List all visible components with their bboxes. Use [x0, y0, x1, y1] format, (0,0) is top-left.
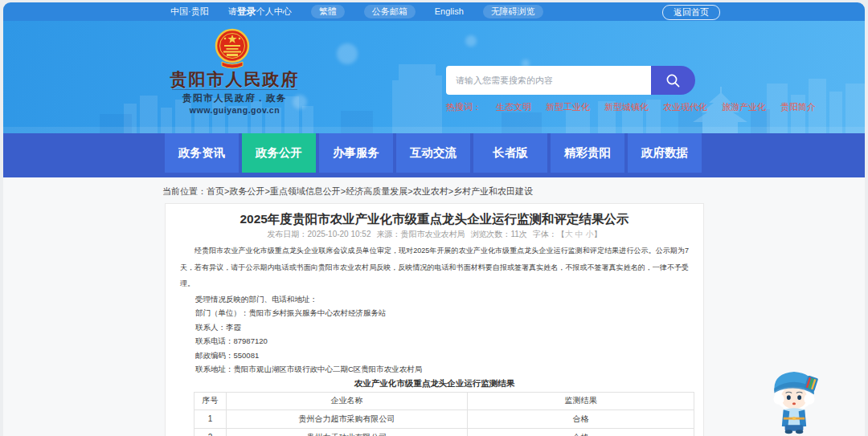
nav-tab-banshi-fuwu[interactable]: 办事服务: [319, 133, 393, 173]
bokeh-decoration: [465, 35, 477, 47]
topbar-login-link[interactable]: 请登录个人中心: [228, 6, 292, 18]
cell-index: 2: [194, 428, 227, 436]
article-paragraph: 经贵阳市农业产业化市级重点龙头企业联席会议成员单位审定，现对2025年开展的农业…: [180, 242, 689, 292]
bracket-close: 】: [593, 230, 601, 238]
title-divider: [172, 89, 297, 90]
monitoring-results-table: 序号 企业名称 监测结果 1 贵州合力超市采购有限公司 合格 2 贵州友禾种业有…: [194, 392, 694, 436]
hot-words-label: 热搜词：: [446, 101, 481, 113]
font-size-large-button[interactable]: 大: [565, 230, 573, 238]
publish-date: 发布日期：2025-10-20 10:52: [268, 230, 371, 239]
bracket-open: 【: [557, 230, 565, 238]
hot-word-link[interactable]: 旅游产业化: [722, 101, 766, 113]
hot-word-link[interactable]: 生态文明: [496, 101, 531, 113]
search-button[interactable]: [651, 66, 695, 95]
font-size-small-button[interactable]: 小: [585, 230, 593, 238]
nav-tab-zhengwu-gongkai[interactable]: 政务公开: [242, 133, 316, 173]
cityscape-silhouette: [3, 59, 865, 133]
back-home-button[interactable]: 返回首页: [662, 5, 720, 20]
hot-search-words: 热搜词： 生态文明 新型工业化 新型城镇化 农业现代化 旅游产业化 贵阳简介: [446, 101, 816, 113]
cell-result: 合格: [468, 428, 694, 436]
search-input[interactable]: [446, 66, 651, 95]
cell-result: 合格: [468, 410, 694, 428]
mascot-figure[interactable]: [765, 364, 823, 434]
table-header-row: 序号 企业名称 监测结果: [194, 392, 694, 410]
cell-company: 贵州友禾种业有限公司: [227, 428, 468, 436]
article-source: 来源：贵阳市农业农村局: [377, 230, 465, 239]
site-subtitle: 贵阳市人民政府．政务: [167, 92, 302, 104]
contact-department: 部门（单位）：贵阳市乡村振兴服务中心农村经济服务站: [180, 306, 689, 320]
header-index: 序号: [194, 392, 227, 410]
login-strong: 登录: [237, 6, 256, 17]
nav-tab-hudong-jiaoliu[interactable]: 互动交流: [396, 133, 470, 173]
nav-tab-jingcai-guiyang[interactable]: 精彩贵阳: [551, 133, 624, 173]
view-count: 浏览次数：11次: [471, 230, 527, 239]
site-header-banner: 贵阳市人民政府 贵阳市人民政府．政务 www.guiyang.gov.cn 热搜…: [3, 21, 865, 133]
header-result: 监测结果: [468, 392, 694, 410]
article-body: 经贵阳市农业产业化市级重点龙头企业联席会议成员单位审定，现对2025年开展的农业…: [180, 242, 689, 377]
browser-window: 中国·贵阳 请登录个人中心 繁體 公务邮箱 English 无障碍浏览 返回首页: [0, 0, 868, 436]
breadcrumb-label: 当前位置：: [162, 186, 207, 196]
breadcrumb-path[interactable]: 首页>政务公开>重点领域信息公开>经济高质量发展>农业农村>乡村产业和农田建设: [207, 186, 533, 196]
table-row: 1 贵州合力超市采购有限公司 合格: [194, 410, 694, 428]
header-company: 企业名称: [227, 392, 468, 410]
font-size-control: 字体：【大 中 小】: [533, 230, 602, 239]
table-row: 2 贵州友禾种业有限公司 合格: [194, 428, 694, 436]
search-icon: [665, 73, 681, 88]
cell-company: 贵州合力超市采购有限公司: [227, 410, 468, 428]
government-portal-page: 中国·贵阳 请登录个人中心 繁體 公务邮箱 English 无障碍浏览 返回首页: [3, 2, 865, 436]
nav-tab-zhengwu-zixun[interactable]: 政务资讯: [165, 133, 239, 173]
site-title: 贵阳市人民政府: [167, 68, 302, 91]
font-size-label: 字体：: [533, 230, 557, 238]
postal-code: 邮政编码：550081: [180, 348, 689, 363]
table-caption: 农业产业化市级重点龙头企业运行监测结果: [177, 377, 692, 389]
contact-phone: 联系电话：87987120: [180, 334, 689, 348]
hot-word-link[interactable]: 新型城镇化: [604, 101, 649, 113]
article-title: 2025年度贵阳市农业产业化市级重点龙头企业运行监测和评定结果公示: [177, 212, 692, 226]
hot-word-link[interactable]: 贵阳简介: [780, 101, 816, 113]
login-prefix: 请: [228, 6, 237, 16]
nav-tab-zhangzheban[interactable]: 长者版: [473, 133, 547, 173]
font-size-medium-button[interactable]: 中: [575, 230, 583, 238]
article-card: 2025年度贵阳市农业产业化市级重点龙头企业运行监测和评定结果公示 发布日期：2…: [165, 203, 704, 436]
top-utility-bar: 中国·贵阳 请登录个人中心 繁體 公务邮箱 English 无障碍浏览 返回首页: [3, 2, 865, 21]
search-bar: [446, 66, 695, 95]
main-navigation: 政务资讯 政务公开 办事服务 互动交流 长者版 精彩贵阳 政府数据: [3, 133, 865, 177]
login-suffix: 个人中心: [256, 6, 292, 16]
topbar-official-mail-link[interactable]: 公务邮箱: [364, 5, 416, 18]
cell-index: 1: [194, 410, 227, 428]
article-meta: 发布日期：2025-10-20 10:52 来源：贵阳市农业农村局 浏览次数：1…: [177, 230, 692, 239]
hot-word-link[interactable]: 新型工业化: [546, 101, 590, 113]
topbar-traditional-chinese-link[interactable]: 繁體: [311, 5, 345, 18]
contact-address: 联系地址：贵阳市观山湖区市级行政中心二期C区贵阳市农业农村局: [180, 362, 689, 377]
nav-tab-zhengfu-shuju[interactable]: 政府数据: [628, 133, 702, 173]
site-url: www.guiyang.gov.cn: [167, 105, 302, 115]
article-paragraph: 受理情况反映的部门、电话和地址：: [180, 292, 689, 307]
topbar-region-link[interactable]: 中国·贵阳: [170, 6, 209, 18]
contact-person: 联系人：李霞: [180, 320, 689, 335]
breadcrumb: 当前位置：首页>政务公开>重点领域信息公开>经济高质量发展>农业农村>乡村产业和…: [162, 185, 533, 198]
national-emblem-logo: [214, 28, 251, 70]
topbar-accessibility-link[interactable]: 无障碍浏览: [483, 5, 543, 18]
topbar-english-link[interactable]: English: [435, 6, 464, 18]
hot-word-link[interactable]: 农业现代化: [663, 101, 707, 113]
